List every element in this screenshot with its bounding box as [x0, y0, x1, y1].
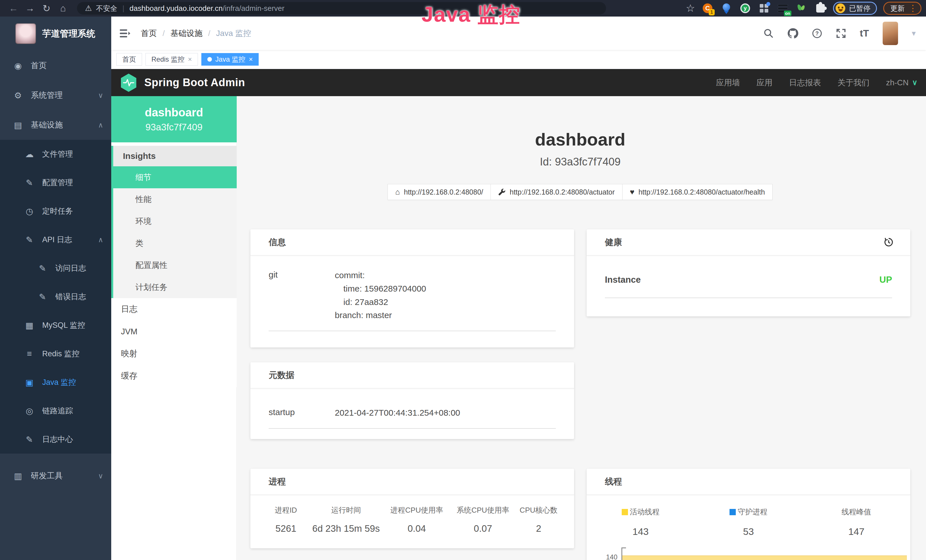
app-title: 芋道管理系统 — [42, 28, 95, 40]
sidebar-item-label: 系统管理 — [31, 90, 63, 101]
app-logo-row[interactable]: 芋道管理系统 — [0, 17, 111, 51]
sba-side-item-classes[interactable]: 类 — [113, 232, 237, 254]
sidebar-item-label: MySQL 监控 — [42, 320, 85, 330]
sidebar-item-home[interactable]: ◉ 首页 — [0, 51, 111, 80]
clock-icon: ◷ — [24, 206, 35, 216]
sidebar-item-config-management[interactable]: ✎ 配置管理 — [0, 168, 111, 197]
chevron-up-icon: ∧ — [98, 121, 103, 129]
sidebar-item-access-logs[interactable]: ✎ 访问日志 — [0, 254, 111, 282]
sba-instance-box[interactable]: dashboard 93a3fc7f7409 — [111, 96, 237, 142]
edit-icon: ✎ — [24, 434, 35, 445]
url-path: /infra/admin-server — [223, 4, 284, 13]
avatar-caret-down-icon[interactable]: ▾ — [912, 29, 916, 38]
instance-base-url-button[interactable]: ⌂ http://192.168.0.2:48080/ — [387, 184, 491, 200]
hamburger-icon[interactable] — [119, 29, 131, 38]
threads-chart: 140 120 100 — [587, 548, 910, 560]
heartbeat-icon: ♥ — [630, 188, 634, 197]
browser-update-button[interactable]: 更新 ⋮ — [883, 2, 921, 15]
tag-home[interactable]: 首页 — [117, 53, 142, 66]
sidebar-item-redis-monitor[interactable]: ≡ Redis 监控 — [0, 339, 111, 368]
home-icon: ⌂ — [395, 188, 400, 197]
sba-locale-select[interactable]: zh-CN ∨ — [886, 78, 917, 87]
sidebar-item-scheduled-tasks[interactable]: ◷ 定时任务 — [0, 197, 111, 226]
instance-health-url-button[interactable]: ♥ http://192.168.0.2:48080/actuator/heal… — [622, 184, 773, 200]
info-card-title: 信息 — [250, 229, 574, 256]
sidebar-item-system-management[interactable]: ⚙ 系统管理 ∨ — [0, 80, 111, 110]
extensions-puzzle-icon[interactable] — [814, 2, 827, 15]
process-table-values: 5261 6d 23h 15m 59s 0.04 0.07 2 — [262, 515, 563, 534]
help-icon[interactable]: ? — [812, 28, 822, 38]
sba-side-item-metrics[interactable]: 性能 — [113, 188, 237, 210]
page-subtitle: Id: 93a3fc7f7409 — [250, 156, 910, 168]
browser-back-icon[interactable]: ← — [5, 3, 22, 14]
sba-nav-applications[interactable]: 应用 — [757, 77, 773, 88]
sba-nav-wallboard[interactable]: 应用墙 — [716, 77, 740, 88]
sba-side-item-config-props[interactable]: 配置属性 — [113, 254, 237, 276]
address-bar[interactable]: ⚠ 不安全 | dashboard.yudao.iocoder.cn/infra… — [77, 2, 606, 15]
tag-close-icon[interactable]: × — [249, 55, 253, 64]
sba-side-item-jvm[interactable]: JVM — [111, 320, 237, 343]
sidebar-item-api-logs[interactable]: ✎ API 日志 ∧ — [0, 226, 111, 254]
sidebar-item-infrastructure[interactable]: ▤ 基础设施 ∧ — [0, 110, 111, 140]
extension-plant-icon[interactable] — [795, 2, 808, 15]
instance-actuator-url-button[interactable]: http://192.168.0.2:48080/actuator — [490, 184, 622, 200]
tag-redis-monitor[interactable]: Redis 监控 × — [145, 53, 198, 66]
sba-nav-about[interactable]: 关于我们 — [838, 77, 870, 88]
extension-grid-icon[interactable] — [758, 2, 770, 15]
sidebar-item-file-management[interactable]: ☁ 文件管理 — [0, 140, 111, 168]
grid-blue-dot — [766, 2, 770, 6]
metadata-value: 2021-04-27T00:44:31.254+08:00 — [335, 406, 460, 420]
fullscreen-icon[interactable] — [836, 28, 846, 38]
search-icon[interactable] — [763, 28, 774, 38]
insights-section: Insights 细节 性能 环境 类 配置属性 计划任务 — [111, 146, 237, 298]
sidebar-item-error-logs[interactable]: ✎ 错误日志 — [0, 282, 111, 311]
legend-label: 线程峰值 — [841, 507, 871, 517]
sba-side-item-mappings[interactable]: 映射 — [111, 343, 237, 365]
sba-side-item-environment[interactable]: 环境 — [113, 210, 237, 232]
extension-list-on-icon[interactable]: on — [776, 2, 789, 15]
font-size-icon[interactable]: tT — [860, 28, 869, 39]
insights-section-title: Insights — [113, 146, 237, 166]
browser-forward-icon[interactable]: → — [22, 3, 38, 14]
screen: ← → ↻ ⌂ ⚠ 不安全 | dashboard.yudao.iocoder.… — [0, 0, 926, 560]
history-icon[interactable] — [884, 237, 894, 247]
row-divider — [605, 298, 892, 298]
peak-threads-value: 147 — [802, 526, 910, 537]
eye-icon: ◎ — [24, 406, 35, 416]
browser-home-icon[interactable]: ⌂ — [55, 3, 71, 14]
sidebar-item-java-monitor[interactable]: ▣ Java 监控 — [0, 368, 111, 397]
security-label: 不安全 — [96, 4, 117, 13]
sidebar-item-log-center[interactable]: ✎ 日志中心 — [0, 425, 111, 454]
locale-chevron-down-icon: ∨ — [912, 78, 917, 87]
extension-colorzilla-icon[interactable]: C 1 — [701, 2, 714, 15]
extension-green-y-icon[interactable]: y — [739, 2, 752, 15]
sidebar-item-trace[interactable]: ◎ 链路追踪 — [0, 397, 111, 425]
browser-menu-kebab-icon[interactable]: ⋮ — [909, 4, 917, 12]
sidebar-item-label: 链路追踪 — [42, 406, 73, 416]
github-icon[interactable] — [787, 28, 798, 39]
extension-pin-icon[interactable] — [720, 2, 732, 15]
bookmark-star-icon[interactable]: ☆ — [686, 2, 695, 14]
tag-java-monitor[interactable]: Java 监控 × — [201, 53, 259, 66]
edit-icon: ✎ — [24, 235, 35, 245]
breadcrumb-home[interactable]: 首页 — [141, 28, 157, 39]
breadcrumb-infrastructure[interactable]: 基础设施 — [171, 28, 203, 39]
sidebar-item-mysql-monitor[interactable]: ▦ MySQL 监控 — [0, 311, 111, 339]
user-avatar[interactable] — [883, 22, 898, 45]
infrastructure-submenu: ☁ 文件管理 ✎ 配置管理 ◷ 定时任务 ✎ API 日志 ∧ ✎ — [0, 140, 111, 454]
cards-left-column: 信息 git commit: time: 1596289704000 id: 2… — [250, 229, 574, 560]
browser-reload-icon[interactable]: ↻ — [38, 3, 55, 14]
sba-side-item-caches[interactable]: 缓存 — [111, 365, 237, 387]
tag-close-icon[interactable]: × — [188, 55, 192, 64]
git-time-line: time: 1596289704000 — [335, 282, 426, 295]
sidebar-item-dev-tools[interactable]: ▥ 研发工具 ∨ — [0, 461, 111, 491]
legend-label: 活动线程 — [630, 507, 660, 517]
sba-nav-journal[interactable]: 日志报表 — [789, 77, 821, 88]
legend-label: 守护进程 — [738, 507, 767, 517]
sba-side-item-details[interactable]: 细节 — [113, 166, 237, 188]
sba-side-item-scheduled-tasks[interactable]: 计划任务 — [113, 276, 237, 298]
browser-profile-chip[interactable]: 已暂停 — [833, 2, 877, 15]
sba-header: Spring Boot Admin 应用墙 应用 日志报表 关于我们 zh-CN… — [111, 69, 926, 96]
monitor-chart-icon: ▤ — [12, 120, 23, 130]
sba-side-item-logs[interactable]: 日志 — [111, 298, 237, 320]
